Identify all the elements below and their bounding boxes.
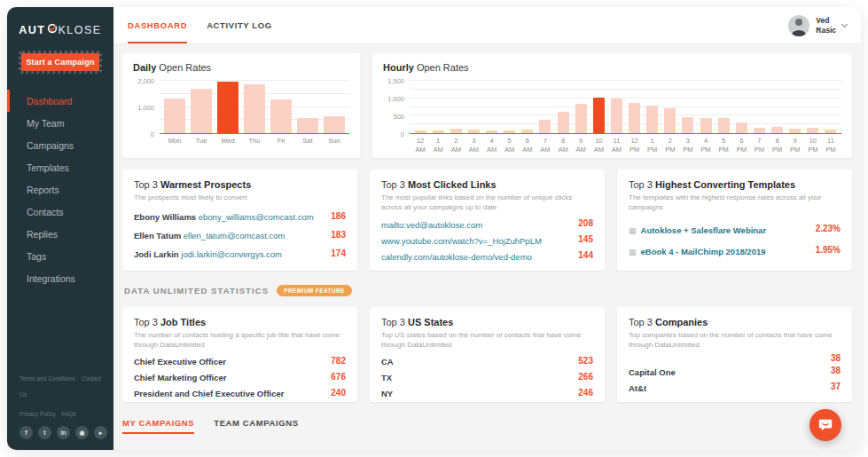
prospect-name: Jodi Larkin <box>134 249 181 259</box>
bar-mon <box>164 98 185 133</box>
y-tick-label: 1,000 <box>387 95 404 103</box>
template-icon: ▦ <box>629 226 637 235</box>
bar-3-am <box>468 130 480 133</box>
bar-2-pm <box>664 108 676 133</box>
template-link[interactable]: eBook 4 - MailChimp 2018/2019 <box>641 247 766 256</box>
premium-feature-badge: PREMIUM FEATURE <box>277 285 352 296</box>
y-tick-label: 500 <box>393 113 404 121</box>
gridline <box>160 80 349 81</box>
user-menu[interactable]: Ved Rasic <box>788 15 847 36</box>
sidebar: AUTKLOSE Start a Campaign DashboardMy Te… <box>7 7 113 450</box>
instagram-icon[interactable]: ◉ <box>75 426 89 439</box>
x-tick-label: 6 PM <box>736 137 747 154</box>
x-tick-label: 7 AM <box>539 137 551 154</box>
prospect-email-link[interactable]: jodi.larkin@convergys.com <box>181 249 282 259</box>
logo-target-icon <box>47 23 58 36</box>
gridline <box>410 80 841 81</box>
prospect-email-link[interactable]: ebony_williams@comcast.com <box>199 212 314 222</box>
hourly-open-rates-card: Hourly Open Rates 05001,0001,50012 AM1 A… <box>372 53 852 158</box>
sidebar-item-my-team[interactable]: My Team <box>7 112 113 134</box>
x-tick-label: 5 PM <box>718 137 730 154</box>
user-avatar <box>788 15 809 36</box>
template-icon: ▦ <box>629 248 637 256</box>
card-title: Top 3 Job Titles <box>134 317 346 327</box>
bar-1-am <box>433 130 444 133</box>
clicked-link[interactable]: www.youtube.com/watch?v=_HojZuhPpLM <box>381 236 542 246</box>
item-value: 38 <box>831 366 841 375</box>
gridline <box>410 98 841 98</box>
prospect-email-link[interactable]: ellen_tatum@comcast.com <box>184 231 285 240</box>
chevron-down-icon <box>841 20 848 27</box>
gridline <box>410 123 841 124</box>
sidebar-item-dashboard[interactable]: Dashboard <box>7 90 113 112</box>
bar-7-pm <box>754 128 765 133</box>
item-value: 37 <box>831 382 841 391</box>
top3-row: Top 3 Warmest Prospects The prospects mo… <box>122 169 852 271</box>
linkedin-icon[interactable]: in <box>57 426 70 439</box>
x-tick-label: 3 AM <box>468 137 480 154</box>
youtube-icon[interactable]: ▸ <box>94 426 107 439</box>
card-title: Top 3 Warmest Prospects <box>134 179 346 190</box>
sidebar-item-integrations[interactable]: Integrations <box>7 267 113 289</box>
card-rows: mailto:ved@autoklose.com208www.youtube.c… <box>381 215 593 264</box>
tab-my-campaigns[interactable]: MY CAMPAIGNS <box>122 414 194 434</box>
data-unlimited-row: Top 3 Job Titles The number of contacts … <box>122 307 852 402</box>
facebook-icon[interactable]: f <box>20 426 33 439</box>
bar-8-am <box>558 112 569 133</box>
plot-area <box>410 81 841 134</box>
card-title: Top 3 US States <box>381 317 593 327</box>
x-tick-label: 9 AM <box>575 137 587 154</box>
bar-12-am <box>415 130 426 133</box>
list-item-label: President and Chief Executive Officer <box>134 384 284 400</box>
gridline <box>410 89 841 90</box>
list-item: Chief Marketing Officer676 <box>134 368 346 384</box>
item-value: 782 <box>331 356 346 366</box>
x-tick-label: 1 PM <box>646 137 658 154</box>
footer-link-faqs[interactable]: FAQs <box>61 411 75 417</box>
clicked-link[interactable]: mailto:ved@autoklose.com <box>381 220 482 230</box>
twitter-icon[interactable]: t <box>38 426 51 439</box>
list-item-label: www.youtube.com/watch?v=_HojZuhPpLM <box>381 232 542 248</box>
bar-10-am <box>593 98 605 134</box>
footer-links-line: Privacy PolicyFAQs <box>20 404 113 420</box>
bar-4-am <box>486 130 497 133</box>
bar-8-pm <box>771 127 783 133</box>
item-value: 266 <box>578 372 593 382</box>
tab-activity-log[interactable]: ACTIVITY LOG <box>207 7 272 43</box>
prospect-name: Ellen Tatum <box>134 231 184 240</box>
dashboard-content: Daily Open Rates 01,0002,000MonTueWedThu… <box>113 44 861 450</box>
y-tick-label: 0 <box>151 130 154 138</box>
sidebar-spacer <box>7 289 113 368</box>
prospect-name: Ebony Williams <box>134 212 199 222</box>
start-campaign-button[interactable]: Start a Campaign <box>19 51 102 74</box>
bar-sat <box>297 118 318 133</box>
chat-launcher-button[interactable] <box>809 409 841 441</box>
tab-dashboard[interactable]: DASHBOARD <box>128 7 187 43</box>
item-value: 183 <box>331 230 346 240</box>
x-tick-label: 3 PM <box>682 137 693 154</box>
sidebar-item-contacts[interactable]: Contacts <box>7 201 113 223</box>
list-item-label: calendly.com/autoklose-demo/ved-demo <box>381 248 532 264</box>
bar-wed <box>217 82 239 133</box>
template-link[interactable]: Autoklose + Salesflare Webinar <box>641 225 767 235</box>
header-tabs: DASHBOARDACTIVITY LOG <box>128 7 272 43</box>
footer-link-terms-and-conditions[interactable]: Terms and Conditions <box>20 375 75 382</box>
sidebar-item-templates[interactable]: Templates <box>7 156 113 178</box>
y-axis: 05001,0001,500 <box>383 81 410 134</box>
card-title: Top 3 Highest Converting Templates <box>629 179 841 190</box>
x-tick-label: Thu <box>244 137 265 146</box>
list-item: President and Chief Executive Officer240 <box>134 384 346 400</box>
sidebar-item-replies[interactable]: Replies <box>7 223 113 245</box>
list-item: ▦Autoklose + Salesflare Webinar2.23% <box>629 221 841 237</box>
footer-link-privacy-policy[interactable]: Privacy Policy <box>20 411 55 417</box>
card-subtitle: Top companies based on the number of con… <box>629 330 841 350</box>
chart-title: Hourly Open Rates <box>383 62 841 73</box>
clicked-link[interactable]: calendly.com/autoklose-demo/ved-demo <box>381 252 532 262</box>
sidebar-item-reports[interactable]: Reports <box>7 178 113 201</box>
sidebar-item-campaigns[interactable]: Campaigns <box>7 134 113 156</box>
daily-open-rates-card: Daily Open Rates 01,0002,000MonTueWedThu… <box>122 53 360 158</box>
sidebar-item-tags[interactable]: Tags <box>7 245 113 267</box>
tab-team-campaigns[interactable]: TEAM CAMPAIGNS <box>214 414 298 434</box>
list-item-label: mailto:ved@autoklose.com <box>381 216 482 232</box>
sidebar-footer-links: Terms and ConditionsContact UsPrivacy Po… <box>20 368 113 420</box>
